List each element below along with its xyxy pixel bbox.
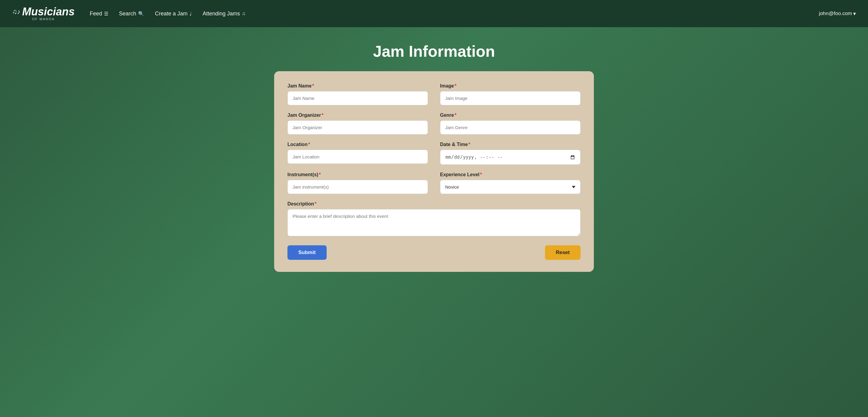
instruments-label: Instrument(s)* [287,172,428,177]
description-label: Description* [287,201,581,207]
required-star: * [468,142,470,147]
required-star: * [308,142,310,147]
jam-name-group: Jam Name* [287,83,428,105]
image-group: Image* [440,83,581,105]
jam-name-label: Jam Name* [287,83,428,89]
location-input[interactable] [287,150,428,164]
datetime-label: Date & Time* [440,142,581,147]
required-star: * [315,201,316,206]
experience-group: Experience Level* Novice Intermediate Ad… [440,172,581,194]
nav-links: Feed ☰ Search 🔍 Create a Jam ♩ Attending… [90,10,246,17]
organizer-label: Jam Organizer* [287,113,428,118]
organizer-group: Jam Organizer* [287,113,428,135]
required-star: * [455,113,456,118]
navbar-left: ♫♪ Musicians OF MANOA Feed ☰ Search 🔍 [12,6,246,21]
nav-item-search[interactable]: Search 🔍 [119,10,144,17]
feed-label: Feed [90,10,102,17]
main-content: Jam Information Jam Name* Image* [0,27,868,287]
logo-sub: OF MANOA [32,17,55,21]
experience-label: Experience Level* [440,172,581,177]
logo-text: Musicians [22,6,75,17]
create-jam-icon: ♩ [189,11,192,17]
create-jam-form: Jam Name* Image* Jam Organizer* [287,83,581,260]
genre-group: Genre* [440,113,581,135]
required-star: * [319,172,320,177]
form-card: Jam Name* Image* Jam Organizer* [274,71,594,272]
feed-link[interactable]: Feed ☰ [90,10,108,17]
page-title: Jam Information [373,42,495,60]
nav-item-feed[interactable]: Feed ☰ [90,10,108,17]
required-star: * [321,113,323,118]
create-jam-label: Create a Jam [155,10,188,17]
attending-jams-link[interactable]: Attending Jams ♫ [203,10,246,17]
feed-icon: ☰ [104,11,108,17]
datetime-group: Date & Time* [440,142,581,165]
attending-jams-icon: ♫ [242,11,246,16]
datetime-input[interactable] [440,150,581,165]
instruments-input[interactable] [287,180,428,194]
instruments-group: Instrument(s)* [287,172,428,194]
buttons-row: Submit Reset [287,245,581,260]
genre-label: Genre* [440,113,581,118]
submit-button[interactable]: Submit [287,245,327,260]
description-textarea[interactable] [287,209,581,236]
search-label: Search [119,10,136,17]
music-notes-icon: ♫♪ [12,8,21,16]
attending-jams-label: Attending Jams [203,10,240,17]
experience-select[interactable]: Novice Intermediate Advanced Expert [440,180,581,194]
user-menu[interactable]: john@foo.com ▾ [819,10,856,17]
image-label: Image* [440,83,581,89]
search-icon: 🔍 [138,11,144,17]
reset-button[interactable]: Reset [545,245,581,260]
required-star: * [312,83,314,88]
form-grid: Jam Name* Image* Jam Organizer* [287,83,581,236]
required-star: * [480,172,482,177]
search-link[interactable]: Search 🔍 [119,10,144,17]
dropdown-icon: ▾ [853,10,856,17]
create-jam-link[interactable]: Create a Jam ♩ [155,10,192,17]
genre-input[interactable] [440,120,581,135]
description-group: Description* [287,201,581,236]
location-label: Location* [287,142,428,147]
user-email: john@foo.com [819,10,852,17]
nav-item-attending-jams[interactable]: Attending Jams ♫ [203,10,246,17]
image-input[interactable] [440,91,581,105]
location-group: Location* [287,142,428,165]
navbar: ♫♪ Musicians OF MANOA Feed ☰ Search 🔍 [0,0,868,27]
organizer-input[interactable] [287,120,428,135]
nav-item-create-jam[interactable]: Create a Jam ♩ [155,10,192,17]
required-star: * [455,83,456,88]
logo: ♫♪ Musicians OF MANOA [12,6,75,21]
jam-name-input[interactable] [287,91,428,105]
